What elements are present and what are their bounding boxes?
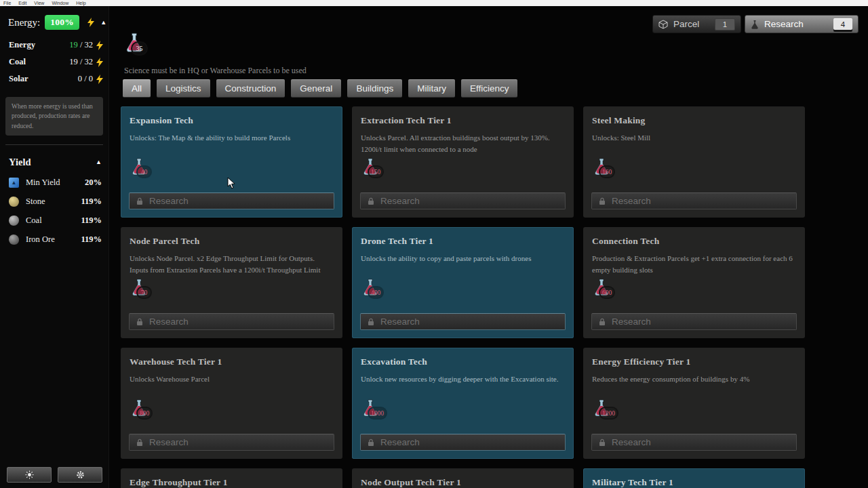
science-cost-value: 40 — [136, 165, 152, 178]
resource-name: Coal — [9, 57, 26, 67]
filter-tab-all[interactable]: All — [123, 79, 151, 98]
lock-icon — [599, 197, 606, 205]
menu-help[interactable]: Help — [76, 1, 85, 5]
filter-tab-efficiency[interactable]: Efficiency — [461, 79, 518, 98]
tech-card-title: Extraction Tech Tier 1 — [352, 106, 574, 126]
min-yield-icon: ▲ — [9, 178, 19, 188]
yield-name: Stone — [26, 197, 45, 207]
yield-header: Yield ▲ — [9, 157, 102, 168]
tech-card-title: Warehouse Tech Tier 1 — [121, 348, 342, 367]
energy-warning: When more energy is used than produced, … — [5, 97, 103, 136]
tech-card: Node Output Tech Tier 1Research — [352, 468, 574, 488]
science-cost: 160 — [593, 158, 633, 181]
tech-card-description: Unlocks Warehouse Parcel — [121, 367, 342, 385]
lock-icon — [136, 197, 143, 205]
science-cost-value: 150 — [368, 165, 384, 178]
lock-icon — [368, 197, 374, 205]
resource-max: 32 — [85, 57, 94, 66]
science-cost: 1000 — [361, 399, 402, 422]
research-button-label: Research — [149, 196, 189, 206]
filter-tab-logistics[interactable]: Logistics — [157, 79, 210, 98]
science-cost-value: 1200 — [599, 407, 618, 420]
energy-label: Energy: — [8, 17, 40, 28]
research-button-label: Research — [380, 317, 420, 327]
lightning-icon — [96, 41, 103, 50]
menu-file[interactable]: File — [3, 1, 11, 5]
science-cost-value: 600 — [599, 286, 615, 299]
science-cost: 800 — [130, 399, 171, 422]
science-cost-value: 800 — [136, 407, 153, 420]
science-cost-value: 400 — [368, 286, 384, 299]
filter-tab-construction[interactable]: Construction — [216, 79, 285, 98]
resource-current: 19 — [69, 57, 78, 66]
tech-card-description: Unlocks Node Parcel. x2 Edge Throughput … — [121, 247, 342, 275]
collapse-caret-icon[interactable]: ▲ — [100, 20, 106, 26]
tech-card: Energy Efficiency Tier 1Reduces the ener… — [583, 348, 805, 459]
research-button-label: Research — [612, 437, 651, 447]
tech-card-description: Reduces the energy consumption of buildi… — [583, 367, 805, 385]
lock-icon — [136, 318, 143, 326]
yield-value: 119% — [81, 235, 102, 245]
tech-card: Node Parcel TechUnlocks Node Parcel. x2 … — [121, 227, 342, 338]
science-cost: 70 — [130, 279, 171, 302]
resource-current: 19 — [69, 40, 78, 49]
lightning-icon — [96, 75, 103, 84]
research-button-label: Research — [380, 437, 420, 447]
tech-card-description: Unlocks: The Map & the ability to build … — [121, 126, 342, 144]
menu-view[interactable]: View — [34, 1, 44, 5]
lock-icon — [599, 439, 606, 447]
mouse-cursor — [227, 177, 236, 190]
research-button[interactable]: Research — [360, 313, 566, 330]
tech-card-grid: Expansion TechUnlocks: The Map & the abi… — [121, 106, 805, 488]
research-button[interactable]: Research — [129, 192, 334, 209]
stone-icon — [9, 197, 19, 207]
science-cost: 150 — [361, 158, 402, 181]
research-button[interactable]: Research — [360, 434, 566, 451]
research-button[interactable]: Research — [591, 192, 797, 209]
yield-row-stone: Stone 119% — [0, 192, 108, 211]
research-panel: 35 Science must be in HQ or Warehouse Pa… — [108, 6, 868, 488]
yield-value: 119% — [81, 197, 102, 207]
science-cost-value: 160 — [599, 165, 615, 178]
separator: / — [80, 57, 82, 66]
separator: / — [84, 74, 86, 83]
yield-name: Iron Ore — [26, 235, 55, 245]
tech-card-description: Unlocks Parcel. All extraction buildings… — [352, 126, 574, 155]
research-button[interactable]: Research — [591, 313, 797, 330]
yield-value: 119% — [81, 216, 102, 226]
research-button[interactable]: Research — [129, 434, 334, 451]
lock-icon — [136, 439, 143, 447]
menu-edit[interactable]: Edit — [18, 1, 26, 5]
research-button[interactable]: Research — [129, 313, 334, 330]
tech-card-title: Energy Efficiency Tier 1 — [583, 348, 805, 367]
lightning-icon — [96, 58, 103, 67]
resource-row-coal: Coal 19 / 32 — [0, 54, 108, 70]
collapse-caret-icon[interactable]: ▲ — [96, 159, 102, 165]
sun-icon — [25, 470, 34, 479]
research-button-label: Research — [612, 317, 651, 327]
tech-card-title: Drone Tech Tier 1 — [352, 227, 574, 247]
resource-name: Solar — [9, 74, 28, 84]
lock-icon — [368, 439, 374, 447]
tech-card-description: Unlocks the ability to copy and paste pa… — [352, 247, 574, 264]
filter-tab-general[interactable]: General — [291, 79, 341, 98]
settings-button[interactable] — [58, 467, 102, 483]
research-button[interactable]: Research — [360, 192, 566, 209]
tech-card: Connection TechProduction & Extraction P… — [583, 227, 805, 338]
tech-card: Expansion TechUnlocks: The Map & the abi… — [121, 106, 342, 218]
brightness-button[interactable] — [7, 467, 52, 483]
tech-card: Edge Throughput Tier 1Research — [121, 468, 342, 488]
menu-window[interactable]: Window — [52, 1, 68, 5]
research-button-label: Research — [612, 196, 651, 206]
game-window: Energy: 100% ▲ Energy 19 / 32 Coal 19 / … — [0, 6, 868, 488]
tech-card: Steel MakingUnlocks: Steel Mill160Resear… — [583, 106, 805, 218]
filter-tab-military[interactable]: Military — [408, 79, 455, 98]
yield-name: Coal — [26, 216, 42, 226]
iron-ore-icon — [9, 235, 19, 245]
research-button[interactable]: Research — [591, 434, 797, 451]
tech-card-title: Node Output Tech Tier 1 — [352, 468, 574, 488]
filter-tab-buildings[interactable]: Buildings — [347, 79, 402, 98]
resource-row-energy: Energy 19 / 32 — [0, 37, 108, 54]
tech-card-title: Edge Throughput Tier 1 — [121, 468, 342, 488]
energy-header: Energy: 100% ▲ — [8, 15, 103, 30]
